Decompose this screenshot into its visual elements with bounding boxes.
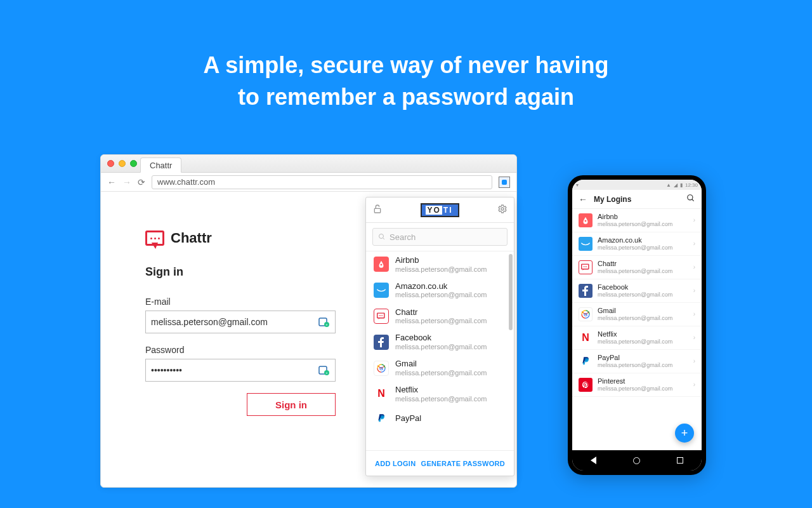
svg-text:G: G — [379, 365, 383, 371]
extension-popup: YOTI Search Airbnbmelissa.peterson@gmail… — [365, 197, 514, 476]
login-item-sub: melissa.peterson@gmail.com — [598, 338, 688, 345]
login-item-sub: melissa.peterson@gmail.com — [395, 265, 487, 274]
mobile-login-item[interactable]: GGmailmelissa.peterson@gmail.com› — [572, 303, 702, 326]
search-placeholder: Search — [390, 232, 416, 242]
login-item-name: PayPal — [598, 354, 688, 362]
email-field[interactable] — [151, 317, 318, 327]
address-bar[interactable] — [152, 175, 492, 189]
phone-screen: ▾ ▲ ◢ ▮ 12:30 ← My Logins Airbnbmelissa.… — [572, 180, 702, 471]
search-icon[interactable] — [686, 194, 695, 205]
search-icon — [378, 233, 386, 241]
headline-line-1: A simple, secure way of never having — [0, 50, 812, 81]
android-home-icon[interactable] — [633, 457, 640, 464]
svg-rect-6 — [374, 208, 380, 213]
autofill-icon[interactable]: + — [318, 364, 330, 376]
svg-point-22 — [586, 266, 587, 267]
paypal-icon — [374, 411, 389, 426]
nav-reload-icon[interactable]: ⟳ — [138, 177, 145, 187]
svg-text:+: + — [326, 371, 328, 375]
login-item[interactable]: Airbnbmelissa.peterson@gmail.com — [366, 251, 509, 277]
login-item-name: Chattr — [395, 307, 487, 318]
login-item[interactable]: Amazon.co.ukmelissa.peterson@gmail.com — [366, 277, 509, 304]
add-fab[interactable]: + — [675, 424, 694, 443]
mobile-login-item[interactable]: Amazon.co.ukmelissa.peterson@gmail.com› — [572, 232, 702, 256]
browser-titlebar: Chattr — [101, 155, 516, 173]
gmail-icon: G — [374, 361, 389, 376]
android-back-icon[interactable] — [591, 457, 596, 464]
browser-tab[interactable]: Chattr — [140, 157, 181, 173]
login-item-name: PayPal — [395, 413, 421, 424]
autofill-icon[interactable]: + — [318, 316, 330, 328]
android-recent-icon[interactable] — [677, 457, 683, 464]
popup-search-input[interactable]: Search — [372, 228, 508, 246]
window-maximize-icon[interactable] — [130, 160, 137, 167]
svg-point-20 — [584, 266, 584, 267]
popup-header: YOTI — [366, 197, 514, 223]
airbnb-icon — [374, 257, 389, 272]
login-item-name: Netflix — [395, 385, 487, 395]
svg-point-7 — [501, 208, 504, 210]
unlock-icon[interactable] — [372, 204, 383, 217]
login-item[interactable]: GGmailmelissa.peterson@gmail.com — [366, 355, 509, 381]
chattr-icon — [374, 309, 389, 324]
signin-button[interactable]: Sign in — [247, 393, 336, 416]
mobile-login-item[interactable]: Chattrmelissa.peterson@gmail.com› — [572, 256, 702, 279]
gear-icon[interactable] — [497, 204, 508, 217]
back-icon[interactable]: ← — [579, 194, 587, 204]
login-item[interactable]: NNetflixmelissa.peterson@gmail.com — [366, 381, 509, 407]
mobile-login-item[interactable]: Facebookmelissa.peterson@gmail.com› — [572, 279, 702, 303]
svg-point-12 — [382, 315, 383, 316]
svg-point-10 — [379, 315, 380, 316]
chevron-right-icon: › — [693, 358, 695, 364]
login-item-sub: melissa.peterson@gmail.com — [395, 291, 487, 299]
login-item-sub: melissa.peterson@gmail.com — [598, 385, 688, 392]
extension-icon[interactable] — [499, 177, 510, 188]
appbar-title: My Logins — [594, 195, 680, 204]
mobile-login-list: Airbnbmelissa.peterson@gmail.com›Amazon.… — [572, 209, 702, 450]
login-item-sub: melissa.peterson@gmail.com — [395, 317, 487, 325]
amazon-icon — [579, 237, 593, 251]
nav-back-icon[interactable]: ← — [107, 177, 116, 187]
browser-tab-title: Chattr — [150, 161, 172, 170]
login-item-name: Chattr — [598, 260, 688, 268]
chevron-right-icon: › — [693, 334, 695, 341]
scrollbar-thumb[interactable] — [509, 254, 513, 330]
window-close-icon[interactable] — [107, 160, 114, 167]
netflix-icon: N — [374, 386, 389, 401]
mobile-login-item[interactable]: Airbnbmelissa.peterson@gmail.com› — [572, 209, 702, 232]
battery-icon: ▮ — [680, 182, 683, 188]
wifi-icon: ▲ — [666, 182, 671, 188]
add-login-button[interactable]: ADD LOGIN — [375, 460, 416, 467]
nav-forward-icon: → — [122, 177, 131, 187]
login-item-sub: melissa.peterson@gmail.com — [598, 362, 688, 369]
login-item-name: Facebook — [395, 333, 487, 343]
login-item[interactable]: Chattrmelissa.peterson@gmail.com — [366, 304, 509, 330]
chevron-right-icon: › — [693, 240, 695, 247]
login-item-name: Airbnb — [598, 213, 688, 221]
svg-point-18 — [688, 194, 693, 199]
generate-password-button[interactable]: GENERATE PASSWORD — [421, 460, 505, 467]
chattr-icon — [579, 260, 593, 274]
popup-search-row: Search — [366, 223, 514, 251]
login-item-sub: melissa.peterson@gmail.com — [598, 268, 688, 275]
password-field-row: + — [145, 359, 336, 382]
status-bar: ▾ ▲ ◢ ▮ 12:30 — [572, 180, 702, 190]
svg-text:G: G — [584, 312, 587, 318]
mobile-login-item[interactable]: NNetflixmelissa.peterson@gmail.com› — [572, 326, 702, 350]
gmail-icon: G — [579, 307, 593, 321]
amazon-icon — [374, 283, 389, 298]
login-item-name: Airbnb — [395, 255, 487, 265]
window-minimize-icon[interactable] — [119, 160, 126, 167]
chattr-bubble-icon — [145, 231, 164, 246]
password-field[interactable] — [151, 365, 318, 375]
mobile-login-item[interactable]: Pinterestmelissa.peterson@gmail.com› — [572, 373, 702, 397]
android-navbar — [572, 450, 702, 471]
mobile-login-item[interactable]: PayPalmelissa.peterson@gmail.com› — [572, 350, 702, 373]
app-bar: ← My Logins — [572, 190, 702, 209]
login-item[interactable]: PayPal — [366, 407, 509, 430]
login-item[interactable]: Facebookmelissa.peterson@gmail.com — [366, 329, 509, 355]
browser-toolbar: ← → ⟳ — [101, 173, 516, 192]
login-item-sub: melissa.peterson@gmail.com — [395, 343, 487, 351]
chevron-right-icon: › — [693, 311, 695, 318]
login-item-sub: melissa.peterson@gmail.com — [598, 221, 688, 228]
